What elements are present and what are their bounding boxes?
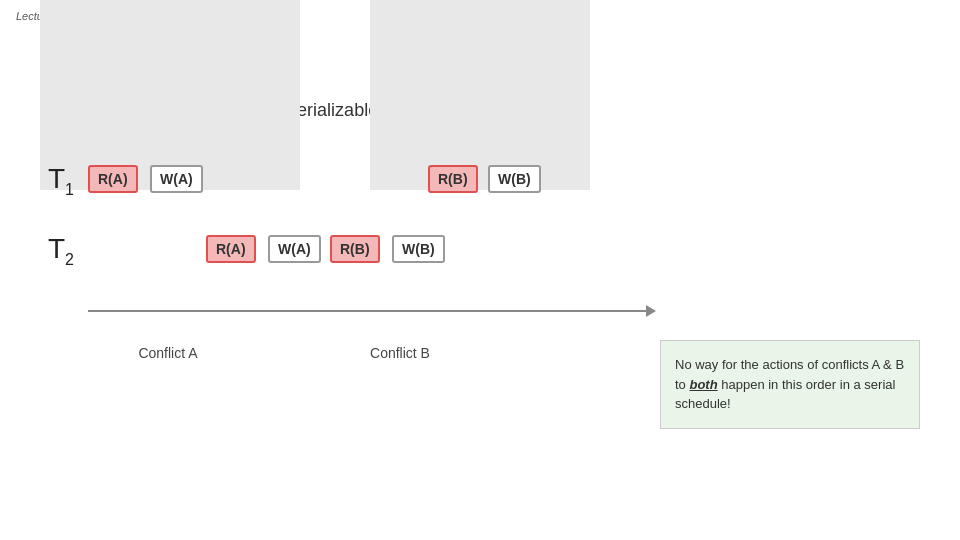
timeline-arrow [88,310,648,312]
t1-timeline: R(A) W(A) R(B) W(B) [88,155,608,207]
conflict-a-label: Conflict A [108,345,228,361]
t1-label: T1 [48,163,88,199]
t2-ra: R(A) [206,235,256,263]
t1-wb: W(B) [488,165,541,193]
conflict-b-label: Conflict B [340,345,460,361]
t2-rb: R(B) [330,235,380,263]
note-box: No way for the actions of conflicts A & … [660,340,920,429]
conflict-b-text: Conflict B [370,345,430,361]
t1-ra: R(A) [88,165,138,193]
t1-rb: R(B) [428,165,478,193]
t2-wa: W(A) [268,235,321,263]
t1-row: T1 R(A) W(A) R(B) W(B) [48,155,608,207]
t2-wb: W(B) [392,235,445,263]
note-bold: both [689,377,717,392]
t1-wa: W(A) [150,165,203,193]
t2-row: T2 R(A) W(A) R(B) W(B) [48,225,608,277]
t2-label: T2 [48,233,88,269]
t2-timeline: R(A) W(A) R(B) W(B) [88,225,608,277]
conflict-a-text: Conflict A [138,345,197,361]
